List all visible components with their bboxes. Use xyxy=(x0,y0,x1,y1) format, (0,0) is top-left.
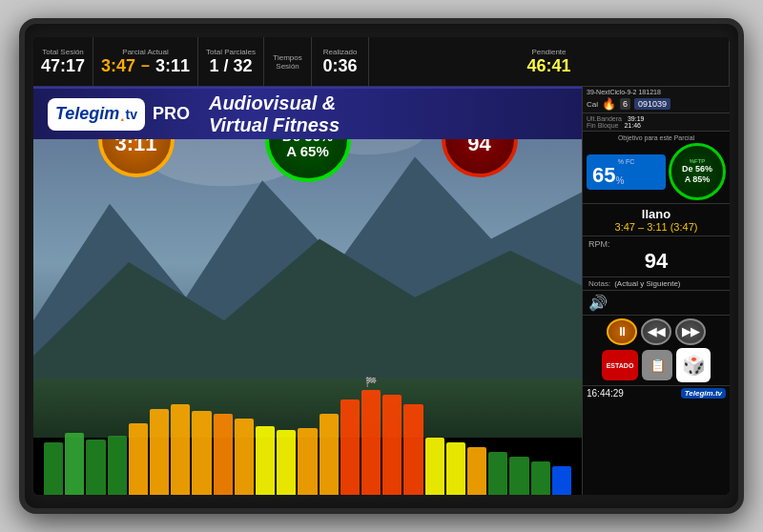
notas-section: Notas: (Actual y Siguiente) xyxy=(583,277,730,291)
chart-bar-21 xyxy=(488,452,507,495)
fin-bloque: Fin Bloque 21:46 xyxy=(587,122,726,129)
ftp-small-from: De 56% xyxy=(682,164,712,174)
sub-times: Ult.Bandera 39:19 Fin Bloque 21:46 xyxy=(583,113,730,132)
tiempos-label: Tiempos xyxy=(273,53,301,62)
chart-bar-16 xyxy=(382,395,402,495)
forward-button[interactable]: ▶▶ xyxy=(675,318,706,345)
chart-bar-12 xyxy=(298,428,317,495)
cal-row: Cal 🔥 6 091039 xyxy=(587,97,726,111)
back-button[interactable]: ◀◀ xyxy=(641,318,671,345)
right-header: 39-NextCiclo-9-2 181218 Cal 🔥 6 091039 xyxy=(583,87,730,113)
total-sesion-value: 47:17 xyxy=(41,56,85,76)
chart-bar-7 xyxy=(192,411,211,495)
chart-bar-18 xyxy=(425,438,444,495)
total-parciales-block: Total Parciales 1 / 32 xyxy=(198,37,264,86)
sesion-label: Sesión xyxy=(276,62,299,71)
chart-bar-3 xyxy=(108,436,127,495)
total-sesion-block: Total Sesión 47:17 xyxy=(33,37,93,86)
controls-section: ⏸ ◀◀ ▶▶ ESTADO 📋 xyxy=(583,316,730,385)
fc-box: % FC 65 % xyxy=(587,154,666,190)
logo-telegim-text: Telegim xyxy=(55,104,119,124)
stats-bar: Total Sesión 47:17 Parcial Actual 3:47 –… xyxy=(33,37,730,87)
total-sesion-label: Total Sesión xyxy=(42,48,84,56)
notas-value: (Actual y Siguiente) xyxy=(614,279,680,288)
left-panel: Pendiente 3:11 % FTP De 56% A 65% RPM's … xyxy=(33,87,582,495)
telegim-small-text: Telegim.tv xyxy=(685,389,722,398)
chart-bar-2 xyxy=(86,440,105,495)
tiempos-block: Tiempos Sesión xyxy=(264,37,312,86)
chart-bar-24 xyxy=(552,466,571,495)
logo-pro-text: PRO xyxy=(153,104,190,124)
chart-bar-6 xyxy=(171,404,190,495)
chart-bar-4 xyxy=(129,423,148,495)
parcial-actual-value: 3:47 xyxy=(101,56,135,76)
clipboard-button[interactable]: 📋 xyxy=(642,350,672,380)
chart-bar-15: 🏁 xyxy=(361,390,381,495)
chart-bar-10 xyxy=(256,426,275,495)
chart-bar-14 xyxy=(340,399,360,495)
segment-name: llano xyxy=(587,207,726,221)
falta-parcial-value: 3:11 xyxy=(155,56,190,76)
parcial-actual-label: Parcial Actual xyxy=(122,48,168,56)
total-parciales-label: Total Parciales xyxy=(206,48,256,56)
logo-tagline-1: Audiovisual & xyxy=(209,92,340,114)
logo-tv-text: tv xyxy=(125,107,136,122)
chart-bar-1 xyxy=(65,433,84,495)
logo-bar: Telegim . tv PRO Audiovisual & Virtual F… xyxy=(33,87,582,139)
chart-bar-9 xyxy=(235,419,254,495)
chart-bar-11 xyxy=(277,430,296,495)
chart-bar-8 xyxy=(214,414,233,495)
ftp-circle-to: A 65% xyxy=(286,144,328,160)
speaker-row: 🔊 xyxy=(583,291,730,316)
fc-pct: % xyxy=(615,175,624,186)
time-display: 16:44:29 xyxy=(587,388,624,399)
estado-button[interactable]: ESTADO xyxy=(602,350,638,380)
segment-time: 3:47 – 3:11 (3:47) xyxy=(587,221,726,233)
pendiente-block: Pendiente 46:41 xyxy=(369,37,730,86)
cal-code: 091039 xyxy=(634,98,670,110)
pendiente-value: 46:41 xyxy=(527,56,571,76)
rpm-value: 94 xyxy=(588,249,724,274)
notas-label: Notas: xyxy=(588,279,610,288)
objetivo-row: % FC 65 % %FTP De 56% A 85% xyxy=(587,143,726,200)
pause-button[interactable]: ⏸ xyxy=(607,318,637,345)
chart-bar-17 xyxy=(403,404,423,495)
next-ciclo-text: 39-NextCiclo-9-2 181218 xyxy=(587,89,661,95)
tv-frame: Total Sesión 47:17 Parcial Actual 3:47 –… xyxy=(19,18,744,514)
logo-tagline-2: Virtual Fitness xyxy=(209,114,340,136)
logo-tagline-block: Audiovisual & Virtual Fitness xyxy=(209,92,340,136)
ult-bandera: Ult.Bandera 39:19 xyxy=(587,115,726,122)
right-header-top: 39-NextCiclo-9-2 181218 xyxy=(587,89,726,95)
realizado-value: 0:36 xyxy=(323,56,358,76)
tv-screen: Total Sesión 47:17 Parcial Actual 3:47 –… xyxy=(33,37,730,495)
dice-button[interactable]: 🎲 xyxy=(676,348,711,382)
logo-box: Telegim . tv xyxy=(48,98,145,131)
pendiente-label: Pendiente xyxy=(532,48,567,56)
chart-bar-19 xyxy=(446,442,465,495)
ftp-small-to: A 85% xyxy=(685,174,711,185)
action-controls-row: ESTADO 📋 🎲 xyxy=(587,348,726,382)
right-times: llano 3:47 – 3:11 (3:47) xyxy=(583,204,730,236)
objetivo-section: Objetivo para este Parcial % FC 65 % %FT… xyxy=(583,132,730,204)
realizado-block: Realizado 0:36 xyxy=(312,37,369,86)
fire-icon: 🔥 xyxy=(602,97,616,111)
rpm-label: RPM: xyxy=(588,239,724,249)
speaker-icon: 🔊 xyxy=(588,294,608,312)
objetivo-label: Objetivo para este Parcial xyxy=(587,134,726,141)
chart-bar-0 xyxy=(44,442,63,495)
total-parciales-value: 1 / 32 xyxy=(210,56,253,76)
separator1: – xyxy=(138,57,153,74)
ftp-small-circle: %FTP De 56% A 85% xyxy=(669,143,726,200)
cal-label: Cal xyxy=(587,100,598,109)
right-footer: 16:44:29 Telegim.tv xyxy=(583,385,730,400)
telegim-small-logo: Telegim.tv xyxy=(681,388,726,399)
chart-bar-22 xyxy=(509,457,528,495)
finish-flag-icon: 🏁 xyxy=(365,377,377,387)
chart-bar-5 xyxy=(150,409,169,495)
chart-bar-23 xyxy=(531,461,550,495)
chart-area: 🏁 xyxy=(33,371,582,495)
chart-bar-20 xyxy=(467,447,486,495)
main-content: Pendiente 3:11 % FTP De 56% A 65% RPM's … xyxy=(33,87,730,495)
playback-controls-row: ⏸ ◀◀ ▶▶ xyxy=(587,318,726,345)
cal-value: 6 xyxy=(620,98,630,110)
